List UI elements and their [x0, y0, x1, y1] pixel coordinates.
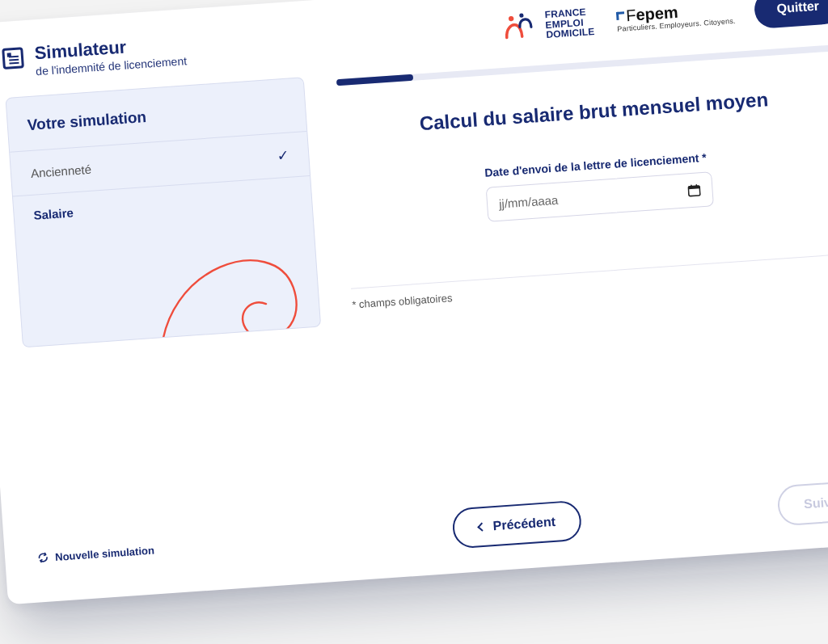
- step-label: Salaire: [33, 205, 74, 221]
- fed-line3: DOMICILE: [546, 27, 595, 40]
- next-button[interactable]: Suivant: [777, 479, 828, 526]
- sidebar: Votre simulation Ancienneté ✓ Salaire: [5, 77, 321, 347]
- date-input[interactable]: jj/mm/aaaa: [486, 171, 714, 221]
- svg-point-0: [508, 16, 513, 22]
- refresh-icon: [37, 552, 49, 564]
- calculator-icon: [2, 48, 24, 70]
- page-heading: Calcul du salaire brut mensuel moyen: [339, 82, 828, 141]
- previous-label: Précédent: [492, 515, 556, 533]
- svg-rect-4: [691, 184, 692, 187]
- check-icon: ✓: [277, 146, 289, 165]
- step-label: Ancienneté: [30, 162, 91, 179]
- logo-fepem: Fepem Particuliers. Employeurs. Citoyens…: [616, 0, 736, 32]
- logo-france-emploi-domicile: FRANCE EMPLOI DOMICILE: [501, 6, 595, 44]
- partner-logos: FRANCE EMPLOI DOMICILE Fepem Particulier…: [501, 0, 736, 44]
- mandatory-note: * champs obligatoires: [352, 263, 828, 311]
- reset-label: Nouvelle simulation: [55, 544, 155, 563]
- calendar-icon: [687, 183, 701, 197]
- new-simulation-link[interactable]: Nouvelle simulation: [37, 544, 155, 564]
- main-content: Calcul du salaire brut mensuel moyen Dat…: [336, 37, 828, 325]
- fepem-name: Fepem: [625, 3, 678, 23]
- svg-point-1: [519, 13, 524, 18]
- app-title-block: Simulateur de l'indemnité de licenciemen…: [2, 34, 187, 80]
- corner-icon: [616, 11, 625, 20]
- simulation-steps-panel: Votre simulation Ancienneté ✓ Salaire: [5, 77, 321, 347]
- previous-button[interactable]: Précédent: [451, 500, 582, 549]
- footer: Nouvelle simulation Précédent Suivant: [2, 457, 828, 604]
- chevron-left-icon: [477, 523, 486, 532]
- field-dismissal-letter-date: Date d'envoi de la lettre de licenciemen…: [484, 150, 714, 221]
- people-icon: [501, 11, 538, 43]
- date-placeholder: jj/mm/aaaa: [499, 193, 559, 211]
- quit-button[interactable]: Quitter: [753, 0, 828, 29]
- next-label: Suivant: [804, 494, 828, 511]
- app-card: Simulateur de l'indemnité de licenciemen…: [0, 0, 828, 604]
- progress-bar-fill: [336, 74, 413, 86]
- svg-rect-5: [695, 184, 697, 187]
